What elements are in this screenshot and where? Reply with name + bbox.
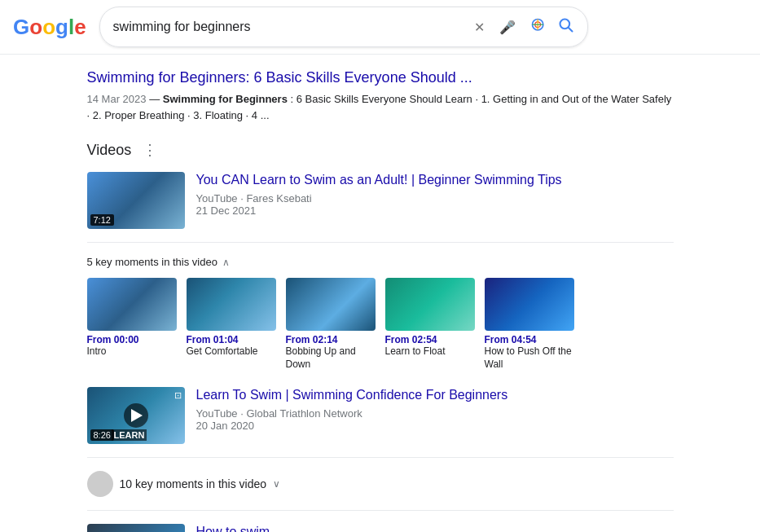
key-moments-avatar-2 [87, 471, 113, 497]
video-title-link-3[interactable]: How to swim [196, 525, 270, 532]
logo-letter-e: e [74, 15, 86, 39]
mic-button[interactable]: 🎤 [496, 16, 519, 38]
moment-time-4: From 02:54 [385, 334, 475, 345]
video-date-1: 21 Dec 2021 [196, 204, 674, 217]
result-title-text: Swimming for Beginners: 6 Basic Skills E… [87, 69, 472, 86]
main-content: Swimming for Beginners: 6 Basic Skills E… [71, 55, 690, 532]
moment-card-4[interactable]: From 02:54 Learn to Float [385, 278, 475, 371]
moment-card-1[interactable]: From 00:00 Intro [87, 278, 177, 371]
search-submit-button[interactable] [558, 17, 574, 37]
moment-label-5: How to Push Off the Wall [485, 345, 574, 371]
expand-icon: ⊡ [174, 390, 182, 401]
key-moments-header-2[interactable]: 10 key moments in this video ∨ [87, 471, 674, 497]
video-thumbnail-1[interactable]: 7:12 [87, 172, 185, 229]
result-dash: — [149, 93, 163, 105]
search-input[interactable] [113, 20, 464, 34]
play-triangle-2 [131, 409, 143, 422]
play-overlay-2 [124, 403, 148, 428]
video-title-text-3: How to swim [196, 525, 270, 532]
key-moments-label-1: 5 key moments in this video [87, 256, 217, 268]
moment-card-5[interactable]: From 04:54 How to Push Off the Wall [485, 278, 574, 371]
moment-label-4: Learn to Float [385, 345, 475, 358]
search-bar: ✕ 🎤 [99, 7, 588, 47]
logo-letter-o2: o [42, 15, 55, 39]
result-date: 14 Mar 2023 [87, 93, 147, 105]
video-thumbnail-2-container: 8:26 LEARN ⊡ [87, 387, 185, 444]
logo-letter-o1: o [29, 15, 42, 39]
lens-icon [530, 17, 547, 33]
video-info-2: Learn To Swim | Swimming Confidence For … [196, 387, 674, 432]
mic-icon: 🎤 [499, 20, 516, 34]
moment-label-2: Get Comfortable [187, 345, 276, 358]
moment-time-1: From 00:00 [87, 334, 177, 345]
more-options-icon: ⋮ [143, 142, 157, 158]
video-title-link-1[interactable]: You CAN Learn to Swim as an Adult! | Beg… [196, 173, 562, 187]
search-icon [558, 17, 574, 33]
lens-button[interactable] [527, 14, 550, 40]
moment-time-2: From 01:04 [187, 334, 276, 345]
key-moments-header-1[interactable]: 5 key moments in this video ∧ [87, 256, 674, 268]
clear-icon: ✕ [474, 20, 485, 34]
search-icons: ✕ 🎤 [471, 14, 574, 40]
video-duration-1: 7:12 [90, 214, 114, 226]
header: Google ✕ 🎤 [0, 0, 760, 55]
moment-thumb-5 [485, 278, 574, 331]
video-title-text-2: Learn To Swim | Swimming Confidence For … [196, 388, 508, 402]
key-moments-label-2: 10 key moments in this video [120, 477, 267, 490]
clear-button[interactable]: ✕ [471, 16, 488, 38]
video-date-2: 20 Jan 2020 [196, 420, 674, 432]
result-meta: 14 Mar 2023 — Swimming for Beginners : 6… [87, 91, 674, 123]
logo-letter-g2: g [55, 15, 68, 39]
video-source-1: YouTube · Fares Ksebati [196, 192, 674, 204]
svg-line-5 [569, 27, 573, 31]
moment-thumb-4 [385, 278, 475, 331]
key-moments-grid-1: From 00:00 Intro From 01:04 Get Comforta… [87, 278, 674, 371]
video-card-2: 8:26 LEARN ⊡ Learn To Swim | Swimming Co… [87, 387, 674, 458]
video-thumbnail-3[interactable] [87, 524, 185, 532]
moment-thumb-1 [87, 278, 177, 331]
moment-card-3[interactable]: From 02:14 Bobbing Up and Down [286, 278, 376, 371]
moment-label-1: Intro [87, 345, 177, 358]
video-card-1: 7:12 You CAN Learn to Swim as an Adult! … [87, 172, 674, 243]
google-logo[interactable]: Google [13, 15, 86, 40]
video-duration-2: 8:26 [90, 429, 114, 441]
video-card-3: How to swim [87, 524, 674, 532]
learn-label: LEARN [112, 429, 147, 441]
result-title-link[interactable]: Swimming for Beginners: 6 Basic Skills E… [87, 69, 472, 86]
chevron-up-icon: ∧ [222, 257, 230, 268]
videos-header: Videos ⋮ [87, 139, 674, 160]
moment-label-3: Bobbing Up and Down [286, 345, 376, 371]
moment-card-2[interactable]: From 01:04 Get Comfortable [187, 278, 276, 371]
video-info-1: You CAN Learn to Swim as an Adult! | Beg… [196, 172, 674, 217]
moment-time-5: From 04:54 [485, 334, 574, 345]
result-snippet-bold: Swimming for Beginners [163, 93, 288, 105]
divider [87, 510, 674, 511]
moment-thumb-2 [187, 278, 276, 331]
videos-section-title: Videos [87, 142, 132, 159]
chevron-down-icon: ∨ [273, 478, 280, 490]
video-info-3: How to swim [196, 524, 674, 532]
video-source-2: YouTube · Global Triathlon Network [196, 407, 674, 420]
moment-time-3: From 02:14 [286, 334, 376, 345]
logo-letter-g: G [13, 15, 29, 39]
search-result-snippet: Swimming for Beginners: 6 Basic Skills E… [87, 68, 674, 123]
video-thumbnail-2[interactable]: 8:26 LEARN ⊡ [87, 387, 185, 444]
video-title-text-1: You CAN Learn to Swim as an Adult! | Beg… [196, 173, 562, 187]
videos-more-options-button[interactable]: ⋮ [138, 139, 162, 160]
video-title-link-2[interactable]: Learn To Swim | Swimming Confidence For … [196, 388, 508, 402]
moment-thumb-3 [286, 278, 376, 331]
